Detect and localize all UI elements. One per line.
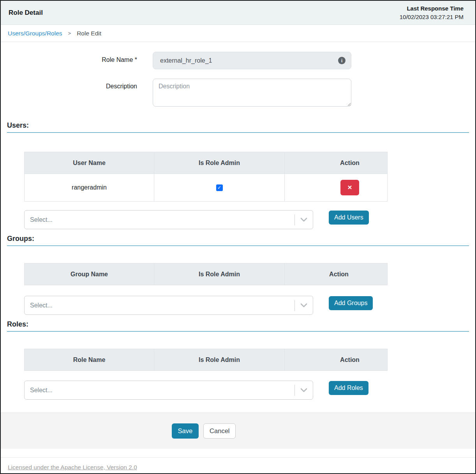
groups-col-action: Action — [285, 263, 388, 285]
role-name-row: Role Name * external_hr_role_1 i — [1, 52, 475, 69]
role-name-label: Role Name * — [1, 52, 153, 69]
role-name-field: external_hr_role_1 i — [153, 52, 351, 69]
users-table-header-row: User Name Is Role Admin Action — [25, 152, 388, 174]
groups-heading: Groups: — [7, 235, 469, 246]
roles-section: Roles: Role Name Is Role Admin Action Se… — [7, 315, 469, 400]
users-select-indicators — [294, 211, 313, 229]
users-table-row: rangeradmin ✓ ✕ — [25, 174, 388, 202]
role-detail-page: Role Detail Last Response Time 10/02/202… — [0, 0, 476, 474]
users-table: User Name Is Role Admin Action rangeradm… — [24, 152, 388, 202]
groups-col-is-role-admin: Is Role Admin — [154, 263, 285, 285]
top-header-bar: Role Detail Last Response Time 10/02/202… — [1, 1, 475, 25]
users-select[interactable]: Select... — [24, 210, 313, 229]
add-roles-button[interactable]: Add Roles — [329, 381, 368, 395]
page-footer: Licensed under the Apache License, Versi… — [1, 449, 475, 471]
user-action-cell: ✕ — [285, 174, 388, 202]
roles-select[interactable]: Select... — [24, 381, 313, 400]
users-col-user-name: User Name — [25, 152, 154, 174]
chevron-down-icon[interactable] — [295, 303, 313, 307]
page-title: Role Detail — [9, 9, 43, 17]
users-section: Users: User Name Is Role Admin Action ra… — [7, 116, 469, 229]
is-role-admin-checkbox[interactable]: ✓ — [216, 184, 223, 191]
save-button[interactable]: Save — [172, 423, 199, 439]
users-col-action: Action — [285, 152, 388, 174]
is-role-admin-cell: ✓ — [154, 174, 285, 202]
chevron-down-icon[interactable] — [295, 388, 313, 392]
breadcrumb: Users/Groups/Roles > Role Edit — [1, 25, 475, 42]
license-link[interactable]: Licensed under the Apache License, Versi… — [8, 464, 137, 471]
breadcrumb-current: Role Edit — [77, 30, 101, 37]
delete-icon: ✕ — [347, 184, 353, 191]
roles-table-header-row: Role Name Is Role Admin Action — [25, 349, 388, 371]
chevron-down-icon[interactable] — [295, 218, 313, 222]
groups-table-header-row: Group Name Is Role Admin Action — [25, 263, 388, 285]
users-heading: Users: — [7, 121, 469, 133]
delete-user-button[interactable]: ✕ — [340, 180, 359, 195]
groups-select-indicators — [294, 296, 313, 314]
users-select-placeholder: Select... — [30, 216, 53, 223]
add-users-button[interactable]: Add Users — [329, 211, 369, 225]
roles-heading: Roles: — [7, 320, 469, 332]
add-groups-button[interactable]: Add Groups — [329, 296, 373, 310]
last-response-time-value: 10/02/2023 03:27:21 PM — [400, 13, 464, 21]
cancel-button[interactable]: Cancel — [203, 423, 236, 439]
form-actions-bar: Save Cancel — [1, 413, 475, 449]
last-response-time-label: Last Response Time — [400, 4, 464, 13]
description-label: Description — [1, 79, 153, 107]
roles-col-role-name: Role Name — [25, 349, 154, 371]
role-form: Role Name * external_hr_role_1 i Descrip… — [1, 42, 475, 116]
groups-col-group-name: Group Name — [25, 263, 154, 285]
roles-select-indicators — [294, 381, 313, 399]
user-name-cell: rangeradmin — [25, 174, 154, 202]
footer-divider — [1, 457, 475, 458]
breadcrumb-users-groups-roles-link[interactable]: Users/Groups/Roles — [8, 30, 62, 37]
roles-col-action: Action — [285, 349, 388, 371]
breadcrumb-separator-icon: > — [68, 30, 71, 36]
groups-table: Group Name Is Role Admin Action — [24, 263, 388, 285]
groups-section: Groups: Group Name Is Role Admin Action … — [7, 229, 469, 315]
roles-col-is-role-admin: Is Role Admin — [154, 349, 285, 371]
role-name-value: external_hr_role_1 — [160, 57, 212, 64]
description-row: Description — [1, 79, 475, 107]
users-col-is-role-admin: Is Role Admin — [154, 152, 285, 174]
roles-table: Role Name Is Role Admin Action — [24, 349, 388, 371]
description-input[interactable] — [153, 79, 351, 107]
last-response-time: Last Response Time 10/02/2023 03:27:21 P… — [400, 4, 464, 21]
roles-select-placeholder: Select... — [30, 387, 53, 394]
info-icon: i — [338, 57, 346, 64]
groups-select-placeholder: Select... — [30, 302, 53, 309]
groups-select[interactable]: Select... — [24, 296, 313, 315]
